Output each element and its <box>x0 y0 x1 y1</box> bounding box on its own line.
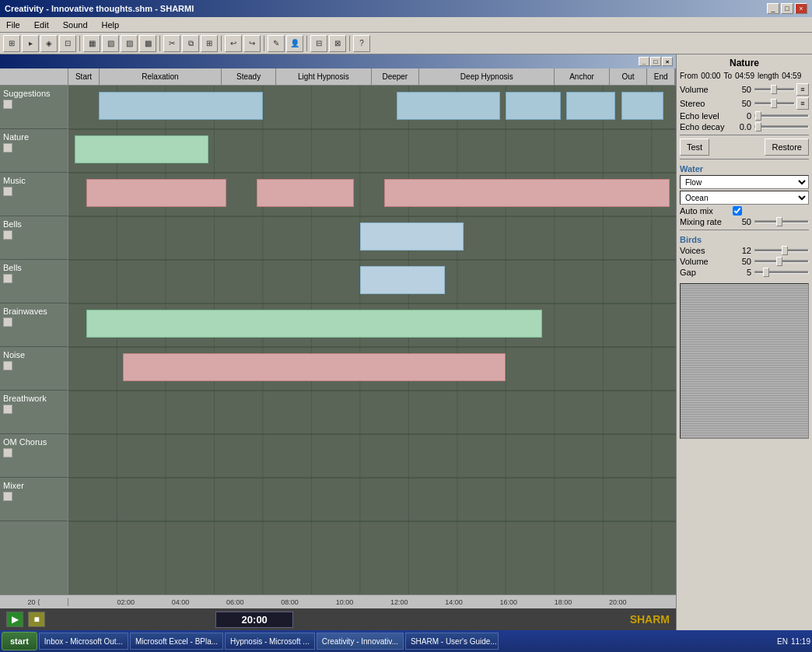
tool-btn-help[interactable]: ? <box>353 35 370 52</box>
content-area: _ □ × Start Relaxation Steady Light Hypn… <box>0 54 812 630</box>
col-start: Start <box>68 68 100 85</box>
close-button[interactable]: × <box>795 3 807 14</box>
col-steady: Steady <box>222 68 276 85</box>
col-relaxation: Relaxation <box>100 68 222 85</box>
ruler-tick-5: 10:00 <box>336 598 354 606</box>
inner-window-buttons: _ □ × <box>639 57 673 66</box>
echo-decay-slider[interactable] <box>754 125 809 128</box>
birds-volume-slider[interactable] <box>754 260 809 263</box>
tool-btn-14[interactable]: ✎ <box>268 35 285 52</box>
tool-btn-9[interactable]: ✂ <box>163 35 180 52</box>
checkbox-music[interactable] <box>3 187 12 196</box>
mixing-rate-row: Mixing rate 50 <box>680 217 809 226</box>
stop-button[interactable]: ■ <box>28 612 45 627</box>
tool-btn-3[interactable]: ◈ <box>40 35 58 52</box>
block-nature-1[interactable] <box>75 135 208 163</box>
menu-help[interactable]: Help <box>99 19 123 30</box>
track-label-bells2: Bells <box>0 260 68 303</box>
block-suggestions-1[interactable] <box>99 92 263 120</box>
test-button[interactable]: Test <box>680 138 709 156</box>
ruler-labels-area: 02:00 04:00 06:00 08:00 10:00 12:00 14:0… <box>68 595 676 608</box>
tool-btn-7[interactable]: ▨ <box>121 35 138 52</box>
block-music-3[interactable] <box>384 179 670 207</box>
tool-btn-2[interactable]: ▸ <box>22 35 39 52</box>
title-bar: Creativity - Innovative thoughts.shm - S… <box>0 0 812 17</box>
menu-file[interactable]: File <box>3 19 23 30</box>
tool-btn-17[interactable]: ⊠ <box>329 35 346 52</box>
col-anchor: Anchor <box>555 68 609 85</box>
track-label-mixer: Mixer <box>0 478 68 521</box>
checkbox-brainwaves[interactable] <box>3 317 12 327</box>
tool-btn-6[interactable]: ▧ <box>102 35 119 52</box>
ruler-tick-7: 14:00 <box>445 598 463 606</box>
tool-btn-4[interactable]: ⊡ <box>59 35 76 52</box>
volume-slider[interactable] <box>754 88 795 91</box>
inner-minimize[interactable]: _ <box>639 57 649 66</box>
toolbar-separator-4 <box>264 36 264 51</box>
tool-btn-11[interactable]: ⊞ <box>201 35 218 52</box>
block-bells2-1[interactable] <box>360 266 445 294</box>
restore-button[interactable]: Restore <box>765 138 809 156</box>
col-light-hypnosis: Light Hypnosis <box>276 68 371 85</box>
voices-row: Voices 12 <box>680 246 809 255</box>
tool-btn-15[interactable]: 👤 <box>286 35 303 52</box>
echo-level-slider[interactable] <box>754 114 809 117</box>
left-content: _ □ × Start Relaxation Steady Light Hypn… <box>0 54 676 630</box>
toolbar-separator-1 <box>79 36 80 51</box>
volume-btn[interactable]: ≡ <box>796 83 809 96</box>
minimize-button[interactable]: _ <box>767 3 779 14</box>
inner-close[interactable]: × <box>662 57 673 66</box>
auto-mix-checkbox[interactable] <box>733 206 742 216</box>
ruler-tick-3: 06:00 <box>226 598 244 606</box>
checkbox-bells2[interactable] <box>3 274 12 283</box>
track-label-brainwaves: Brainwaves <box>0 303 68 347</box>
track-label-header <box>0 68 68 85</box>
menu-edit[interactable]: Edit <box>31 19 52 30</box>
to-value: 04:59 <box>735 72 754 80</box>
panel-separator-2 <box>680 159 809 159</box>
water-dropdown1-row: Flow <box>680 175 809 189</box>
checkbox-nature[interactable] <box>3 143 12 152</box>
col-end: End <box>647 68 675 85</box>
block-brainwaves-1[interactable] <box>86 310 542 338</box>
window-title: Creativity - Innovative thoughts.shm - S… <box>5 4 194 13</box>
block-suggestions-3[interactable] <box>506 92 560 120</box>
tool-btn-1[interactable]: ⊞ <box>3 35 20 52</box>
block-music-1[interactable] <box>86 179 226 207</box>
block-bells1-1[interactable] <box>360 223 464 251</box>
echo-decay-label: Echo decay <box>680 122 733 131</box>
checkbox-om-chorus[interactable] <box>3 448 12 457</box>
transport-time: 20:00 <box>215 612 293 628</box>
play-button[interactable]: ▶ <box>6 612 23 627</box>
echo-decay-value: 0.0 <box>733 122 751 131</box>
tool-btn-13[interactable]: ↪ <box>243 35 261 52</box>
block-suggestions-2[interactable] <box>397 92 500 120</box>
voices-label: Voices <box>680 246 733 255</box>
stereo-slider[interactable] <box>754 102 795 105</box>
checkbox-mixer[interactable] <box>3 492 12 501</box>
maximize-button[interactable]: □ <box>781 3 793 14</box>
checkbox-bells1[interactable] <box>3 230 12 240</box>
tool-btn-16[interactable]: ⊟ <box>310 35 327 52</box>
block-suggestions-4[interactable] <box>566 92 614 120</box>
tool-btn-12[interactable]: ↩ <box>225 35 242 52</box>
track-label-om-chorus: OM Chorus <box>0 434 68 478</box>
checkbox-noise[interactable] <box>3 361 12 370</box>
voices-slider[interactable] <box>754 249 809 252</box>
inner-window-title: _ □ × <box>0 54 676 68</box>
block-noise-1[interactable] <box>123 353 506 381</box>
tool-btn-10[interactable]: ⧉ <box>182 35 199 52</box>
menu-sound[interactable]: Sound <box>60 19 91 30</box>
tool-btn-5[interactable]: ▦ <box>83 35 100 52</box>
inner-maximize[interactable]: □ <box>650 57 661 66</box>
tool-btn-8[interactable]: ▩ <box>139 35 156 52</box>
checkbox-breathwork[interactable] <box>3 405 12 414</box>
mixing-rate-slider[interactable] <box>754 220 809 223</box>
water-dropdown2[interactable]: Ocean <box>680 191 809 205</box>
block-suggestions-5[interactable] <box>621 92 664 120</box>
water-dropdown1[interactable]: Flow <box>680 175 809 189</box>
stereo-btn[interactable]: ≡ <box>796 97 809 110</box>
block-music-2[interactable] <box>257 179 354 207</box>
checkbox-suggestions[interactable] <box>3 100 12 109</box>
gap-slider[interactable] <box>754 271 809 274</box>
